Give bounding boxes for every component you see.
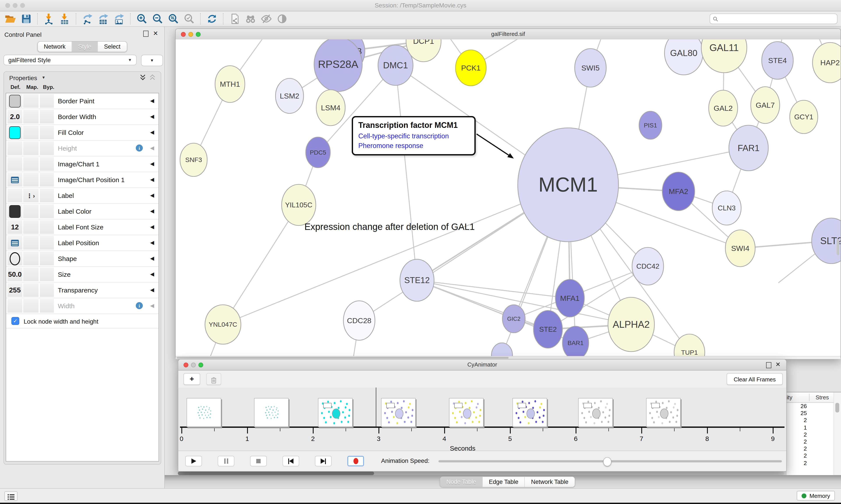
import-table-button[interactable]	[57, 12, 72, 25]
frame-thumbnail-2[interactable]	[254, 398, 289, 427]
node-YNL047C[interactable]: YNL047C	[205, 305, 241, 344]
hide-selection-button[interactable]	[259, 12, 274, 25]
zoom-selected-button[interactable]	[182, 12, 197, 25]
property-row-image-chart-1[interactable]: Image/Chart 1◀	[6, 156, 159, 172]
node-GAL80[interactable]: GAL80	[664, 39, 703, 75]
expand-row-icon[interactable]: ◀	[150, 129, 154, 135]
node-PIS1[interactable]: PIS1	[639, 111, 662, 139]
network-canvas[interactable]: RPS28BRPS28ADMC1DCP1PCK1MTH1LSM2LSM4SWI5…	[176, 39, 841, 356]
node-RPS28A[interactable]: RPS28A	[314, 39, 362, 91]
expand-row-icon[interactable]: ◀	[150, 113, 154, 120]
tab-network-table[interactable]: Network Table	[524, 477, 575, 487]
property-row-label-position[interactable]: Label Position◀	[6, 235, 159, 251]
stop-button[interactable]	[250, 456, 267, 466]
expand-row-icon[interactable]: ◀	[150, 98, 154, 104]
horizontal-scrollbar[interactable]	[176, 356, 841, 359]
playhead[interactable]	[376, 388, 376, 427]
node-MFA2[interactable]: MFA2	[662, 172, 695, 211]
expand-row-icon[interactable]: ◀	[150, 239, 154, 246]
tab-network[interactable]: Network	[38, 41, 72, 52]
expand-row-icon[interactable]: ◀	[150, 303, 154, 309]
panel-close-icon[interactable]: ✕	[775, 361, 781, 368]
caption-annotation[interactable]: Expression change after deletion of GAL1	[304, 221, 475, 232]
node-LSM2[interactable]: LSM2	[275, 78, 304, 113]
expand-row-icon[interactable]: ◀	[150, 177, 154, 183]
record-button[interactable]	[347, 456, 364, 466]
node-GCY1[interactable]: GCY1	[790, 100, 818, 133]
speed-slider-knob[interactable]	[603, 457, 611, 466]
add-frame-button[interactable]: +	[183, 373, 200, 385]
property-row-transparency[interactable]: 255Transparency◀	[6, 283, 159, 298]
search-input[interactable]	[720, 15, 835, 22]
style-select[interactable]: galFiltered Style ▼	[3, 55, 137, 65]
frame-thumbnail-6[interactable]	[513, 398, 547, 427]
node-unlabeled[interactable]	[491, 343, 513, 356]
annotation-link[interactable]: Cell-type-specific transcription	[358, 131, 469, 141]
property-row-label[interactable]: ⋮›Label◀	[6, 188, 159, 204]
show-all-button[interactable]	[275, 12, 289, 25]
export-network-button[interactable]	[80, 12, 95, 25]
tab-node-table[interactable]: Node Table	[440, 477, 482, 487]
network-from-selection-button[interactable]	[227, 12, 242, 25]
skip-end-button[interactable]	[315, 456, 332, 466]
task-history-button[interactable]	[4, 491, 18, 501]
node-GAL7[interactable]: GAL7	[751, 87, 780, 124]
node-GIC2[interactable]: GIC2	[502, 305, 525, 333]
tab-select[interactable]: Select	[97, 41, 127, 52]
frame-thumbnail-8[interactable]	[646, 398, 681, 427]
frame-thumbnail-7[interactable]	[578, 398, 613, 427]
property-row-image-chart-position-1[interactable]: Image/Chart Position 1◀	[6, 172, 159, 188]
table-row[interactable]: 2	[787, 445, 807, 452]
property-row-size[interactable]: 50.0Size◀	[6, 267, 159, 283]
node-LSM4[interactable]: LSM4	[316, 90, 345, 126]
node-SWI5[interactable]: SWI5	[575, 49, 606, 87]
node-MFA1[interactable]: MFA1	[555, 280, 584, 317]
expand-row-icon[interactable]: ◀	[150, 287, 154, 293]
properties-header[interactable]: Properties ▼	[4, 72, 161, 83]
node-HAP2[interactable]: HAP2	[812, 42, 841, 83]
property-row-border-width[interactable]: 2.0Border Width◀	[6, 109, 159, 125]
frame-thumbnail-3[interactable]	[318, 398, 353, 427]
expand-row-icon[interactable]: ◀	[150, 224, 154, 230]
property-row-label-color[interactable]: Label Color◀	[6, 204, 159, 219]
node-CDC28[interactable]: CDC28	[343, 301, 375, 340]
import-network-button[interactable]	[42, 12, 56, 25]
zoom-fit-button[interactable]	[166, 12, 181, 25]
column-divider[interactable]	[809, 394, 809, 401]
node-SNF3[interactable]: SNF3	[180, 143, 207, 177]
table-row[interactable]: 26	[787, 403, 807, 410]
pause-button[interactable]	[218, 456, 234, 466]
table-row[interactable]: 2	[787, 460, 807, 467]
panel-float-icon[interactable]	[143, 31, 148, 37]
table-row[interactable]: 2	[787, 417, 807, 424]
style-options-button[interactable]: ▼	[141, 55, 163, 66]
zoom-in-button[interactable]	[135, 12, 149, 25]
skip-start-button[interactable]	[283, 456, 299, 466]
memory-button[interactable]: Memory	[797, 491, 835, 501]
expand-row-icon[interactable]: ◀	[150, 192, 154, 198]
tab-edge-table[interactable]: Edge Table	[482, 477, 524, 487]
export-table-button[interactable]	[96, 12, 111, 25]
frame-thumbnail-4[interactable]	[381, 398, 416, 427]
scrollbar-thumb[interactable]	[177, 357, 508, 359]
export-image-button[interactable]	[112, 12, 127, 25]
expand-row-icon[interactable]: ◀	[150, 255, 154, 262]
panel-close-icon[interactable]: ✕	[153, 30, 158, 37]
table-column-header[interactable]: ity	[787, 394, 794, 401]
node-GAL11[interactable]: GAL11	[701, 39, 747, 73]
node-STE2[interactable]: STE2	[534, 310, 562, 348]
node-FAR1[interactable]: FAR1	[729, 125, 768, 171]
node-YIL105C[interactable]: YIL105C	[282, 184, 316, 226]
collapse-all-icon[interactable]	[140, 74, 146, 81]
property-row-height[interactable]: Heighti◀	[6, 141, 159, 156]
node-BAR1[interactable]: BAR1	[562, 326, 589, 356]
property-row-shape[interactable]: Shape◀	[6, 251, 159, 267]
cyanimator-titlebar[interactable]: CyAnimator ✕	[178, 360, 786, 371]
node-CDC42[interactable]: CDC42	[632, 247, 664, 285]
node-PCK1[interactable]: PCK1	[455, 50, 486, 86]
node-STE12[interactable]: STE12	[400, 259, 434, 301]
scrollbar-thumb[interactable]	[178, 472, 374, 475]
scrollbar-thumb[interactable]	[835, 403, 839, 413]
node-DMC1[interactable]: DMC1	[378, 45, 413, 85]
node-SWI4[interactable]: SWI4	[726, 230, 755, 267]
